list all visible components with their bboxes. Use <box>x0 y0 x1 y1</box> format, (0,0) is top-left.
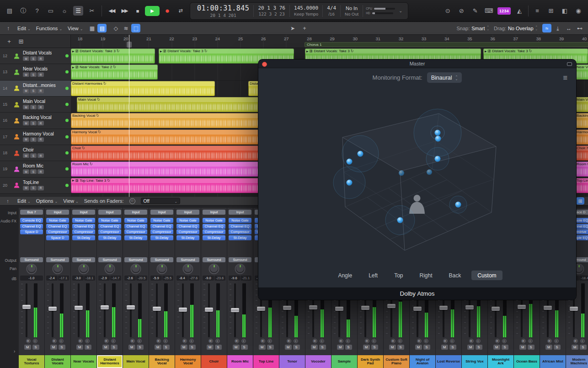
marquee-tool-button[interactable]: ⬚ <box>131 24 140 32</box>
solo-button[interactable]: S <box>111 345 118 350</box>
stop-button[interactable]: ■ <box>132 6 142 16</box>
audio-fx-slot[interactable]: Channel EQ <box>176 224 199 229</box>
snap-select[interactable]: Snap: Smart <box>456 26 489 31</box>
mute-button[interactable]: M <box>337 345 344 350</box>
chat-icon[interactable]: ◧ <box>560 6 570 16</box>
record-ready-button[interactable]: R <box>182 339 187 343</box>
zoom-slider[interactable]: ⊷ <box>575 24 584 32</box>
mute-button[interactable]: M <box>545 345 552 350</box>
view-button-left[interactable]: Left <box>363 271 384 280</box>
plugin-titlebar[interactable]: Master <box>258 60 576 68</box>
mute-button[interactable]: M <box>233 345 240 350</box>
audio-fx-slot[interactable]: Noise Gate <box>46 218 69 223</box>
channel-strip-2[interactable]: InputNoise GateChannel EQCompressorSpace… <box>45 208 70 368</box>
record-ready-button[interactable]: R <box>313 339 317 343</box>
input-monitor-button[interactable]: i <box>580 339 585 343</box>
record-button[interactable]: R <box>37 186 44 190</box>
strip-name[interactable]: Ocean Bass <box>514 355 540 368</box>
bar-ruler[interactable]: Chorus 1 1819202122232425262728293031323… <box>71 35 588 48</box>
mute-button[interactable]: M <box>128 345 135 350</box>
audio-fx-slot[interactable]: Channel EQ <box>98 224 121 229</box>
mute-button[interactable]: M <box>50 345 57 350</box>
strip-name[interactable]: Sample <box>331 355 357 368</box>
strip-name[interactable]: Vocoder <box>305 355 331 368</box>
record-ready-button[interactable]: R <box>52 339 57 343</box>
strip-name[interactable]: Distant Harmonies <box>97 355 123 368</box>
audio-fx-slot[interactable]: St-Delay <box>124 235 147 240</box>
fader-cap[interactable] <box>283 306 291 310</box>
region[interactable]: Main Vocal↻ <box>575 97 588 112</box>
menu-view[interactable]: View <box>68 26 83 31</box>
audio-fx-slot[interactable]: Compressor <box>150 229 173 234</box>
view-button-top[interactable]: Top <box>388 271 409 280</box>
solo-button[interactable]: S <box>423 345 430 350</box>
input-slot[interactable]: Input <box>176 210 199 215</box>
pan-knob[interactable] <box>105 264 115 274</box>
record-ready-button[interactable]: R <box>495 339 500 343</box>
left-click-tool-select[interactable]: ➤ <box>288 24 297 32</box>
input-monitor-button[interactable]: i <box>163 339 168 343</box>
playhead[interactable] <box>129 35 129 197</box>
strip-name[interactable]: Choir <box>201 355 227 368</box>
strip-name[interactable]: Lost Reverse <box>436 355 461 368</box>
user-icon[interactable]: ◉ <box>573 6 583 16</box>
channel-strip-8[interactable]: InputNoise GateChannel EQCompressorSt-De… <box>201 208 227 368</box>
region[interactable]: Harmony Vocal↻ <box>575 130 588 145</box>
fader-cap[interactable] <box>439 306 448 310</box>
record-ready-button[interactable]: R <box>156 339 161 343</box>
record-enable-dot[interactable] <box>65 70 69 74</box>
record-ready-button[interactable]: R <box>339 339 343 343</box>
metronome-icon[interactable]: ◭ <box>514 6 524 16</box>
audio-fx-slot[interactable]: Noise Gate <box>203 218 225 223</box>
mute-button[interactable]: M <box>363 345 370 350</box>
menu-edit[interactable]: Edit <box>17 26 31 31</box>
record-button[interactable]: R <box>37 137 44 142</box>
input-monitor-button[interactable]: i <box>346 339 350 343</box>
strip-name[interactable]: Top Line <box>253 355 279 368</box>
command-click-tool-select[interactable]: + <box>300 24 309 32</box>
solo-button[interactable]: S <box>319 345 326 350</box>
grid-view-button[interactable]: ▦ <box>87 24 96 32</box>
record-ready-button[interactable]: R <box>365 339 369 343</box>
fader-cap[interactable] <box>544 306 552 310</box>
audio-fx-slot[interactable]: St-Delay <box>229 235 251 240</box>
mute-button[interactable]: M <box>181 345 187 350</box>
solo-button[interactable]: S <box>137 345 144 350</box>
pencil-icon[interactable]: ✎ <box>470 6 480 16</box>
audio-fx-slot[interactable]: Noise Gate <box>124 218 147 223</box>
audio-object-sphere[interactable] <box>435 130 441 136</box>
record-button[interactable]: R <box>37 56 44 61</box>
take-disclosure-icon[interactable]: ▶ <box>306 50 308 53</box>
region[interactable]: ▶2Near Vocals: Take 2↻ <box>71 65 158 80</box>
record-ready-button[interactable]: R <box>417 339 422 343</box>
track-header-19[interactable]: 19Room MicMSR <box>0 161 71 177</box>
mute-button[interactable]: M <box>519 345 526 350</box>
audio-object-sphere[interactable] <box>347 180 353 186</box>
forward-button[interactable]: ▶▶ <box>119 6 129 16</box>
take-disclosure-icon[interactable]: ▶ <box>72 50 74 53</box>
audio-fx-slot[interactable]: Noise Gate <box>98 218 121 223</box>
record-ready-button[interactable]: R <box>235 339 239 343</box>
track-header-16[interactable]: 16Backing VocalMSR <box>0 113 71 129</box>
record-button[interactable]: R <box>37 105 44 109</box>
input-monitor-button[interactable]: i <box>241 339 246 343</box>
output-slot[interactable]: Surround <box>150 257 173 262</box>
record-enable-dot[interactable] <box>65 184 69 187</box>
solo-button[interactable]: S <box>449 345 456 350</box>
pan-knob[interactable] <box>209 264 219 274</box>
record-ready-button[interactable]: R <box>287 339 291 343</box>
input-monitor-button[interactable]: i <box>85 339 90 343</box>
solo-button[interactable]: S <box>580 345 587 350</box>
mute-button[interactable]: M <box>285 345 292 350</box>
audio-fx-slot[interactable]: Compressor <box>46 229 69 234</box>
toolbar-toggle-icon[interactable]: ▭ <box>46 6 56 16</box>
list-icon[interactable]: ≡ <box>532 6 542 16</box>
inspector-icon[interactable]: ⓘ <box>18 6 28 16</box>
record-enable-dot[interactable] <box>65 119 69 122</box>
region[interactable]: Top Line↻ <box>575 178 588 193</box>
solo-button[interactable]: S <box>30 137 37 142</box>
track-header-13[interactable]: 13Near VocalsMSR <box>0 64 71 80</box>
fader-cap[interactable] <box>257 307 265 311</box>
horizontal-zoom-icon[interactable]: ↔ <box>564 24 573 32</box>
strip-name[interactable]: String Vox <box>462 355 487 368</box>
